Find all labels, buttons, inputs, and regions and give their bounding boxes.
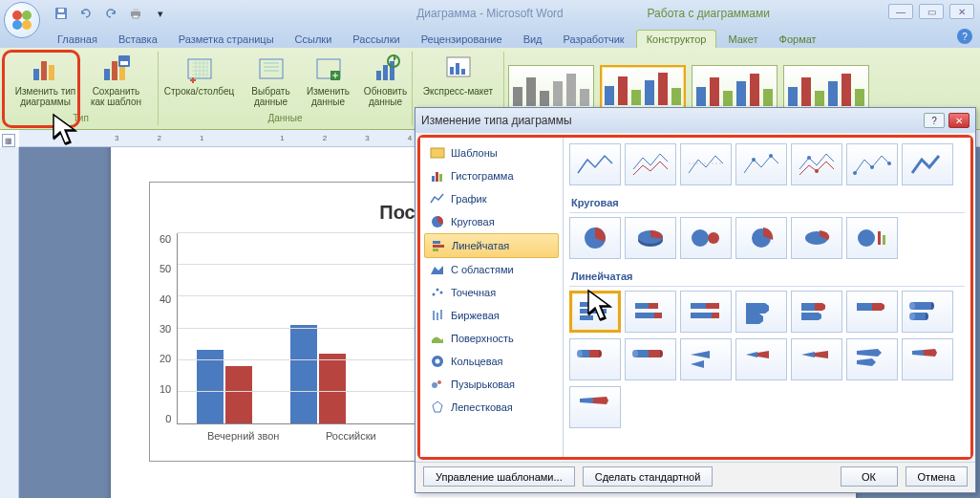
gallery-item[interactable] <box>902 291 953 333</box>
gallery-item[interactable] <box>846 291 898 333</box>
svg-rect-61 <box>883 235 885 245</box>
close-button[interactable]: ✕ <box>949 4 974 19</box>
minimize-button[interactable]: — <box>888 4 913 19</box>
ribbon-group-data-label: Данные <box>267 113 302 123</box>
gallery-item[interactable] <box>569 338 621 380</box>
quick-layout-button[interactable]: Экспресс-макет <box>415 52 501 97</box>
chart-style-3[interactable] <box>692 65 778 113</box>
gallery-item[interactable] <box>625 338 676 380</box>
qat-menu-icon[interactable]: ▾ <box>151 4 170 23</box>
gallery-item[interactable] <box>569 143 621 185</box>
chart-y-axis: 6050403020100 <box>160 233 177 424</box>
gallery-item[interactable] <box>735 291 787 333</box>
tab-home[interactable]: Главная <box>48 31 107 48</box>
maximize-button[interactable]: ▭ <box>919 4 944 19</box>
svg-point-56 <box>708 232 719 244</box>
redo-icon[interactable] <box>101 4 120 23</box>
gallery-item[interactable] <box>846 338 898 380</box>
window-title: Диаграмма - Microsoft Word <box>416 7 564 20</box>
cat-templates[interactable]: Шаблоны <box>424 141 559 164</box>
dialog-close-button[interactable]: ✕ <box>948 113 969 128</box>
svg-point-3 <box>22 20 32 30</box>
cat-doughnut[interactable]: Кольцевая <box>424 350 559 373</box>
gallery-item[interactable] <box>680 143 732 185</box>
gallery-item[interactable] <box>680 338 732 380</box>
switch-row-column-button[interactable]: Строка/столбец <box>159 52 241 107</box>
gallery-item[interactable] <box>846 217 898 259</box>
cat-column[interactable]: Гистограмма <box>424 164 559 187</box>
cat-radar[interactable]: Лепестковая <box>424 396 559 419</box>
svg-rect-27 <box>450 67 454 75</box>
svg-rect-32 <box>436 172 438 182</box>
help-icon[interactable]: ? <box>957 29 972 44</box>
gallery-item[interactable] <box>569 217 621 259</box>
gallery-item[interactable] <box>791 291 842 333</box>
dialog-titlebar: Изменение типа диаграммы ? ✕ <box>415 108 975 133</box>
gallery-item[interactable] <box>791 338 842 380</box>
tab-view[interactable]: Вид <box>514 31 552 48</box>
gallery-item[interactable] <box>735 338 787 380</box>
gallery-item[interactable] <box>625 291 676 333</box>
gallery-item[interactable] <box>680 217 732 259</box>
cat-area[interactable]: С областями <box>424 258 559 281</box>
page-indicator-icon[interactable]: ▦ <box>2 134 15 147</box>
gallery-item-selected[interactable] <box>569 291 621 333</box>
tab-chart-design[interactable]: Конструктор <box>636 30 717 48</box>
dialog-help-button[interactable]: ? <box>924 113 945 128</box>
chart-style-2[interactable] <box>600 65 686 113</box>
cat-bubble[interactable]: Пузырьковая <box>424 373 559 396</box>
ok-button[interactable]: ОК <box>841 466 898 487</box>
manage-templates-button[interactable]: Управление шаблонами... <box>423 466 575 487</box>
refresh-data-button[interactable]: Обновить данные <box>359 52 413 107</box>
select-data-button[interactable]: Выбрать данные <box>245 52 298 107</box>
svg-rect-24 <box>390 61 394 80</box>
svg-point-51 <box>887 162 891 165</box>
undo-icon[interactable] <box>76 4 96 23</box>
gallery-item[interactable] <box>902 143 953 185</box>
svg-rect-33 <box>439 174 442 182</box>
cat-bar[interactable]: Линейчатая <box>424 233 559 258</box>
svg-rect-9 <box>133 15 138 18</box>
cancel-button[interactable]: Отмена <box>905 466 968 487</box>
gallery-item[interactable] <box>791 143 842 185</box>
gallery-item[interactable] <box>735 143 787 185</box>
svg-rect-66 <box>649 303 658 309</box>
gallery-item[interactable] <box>846 143 898 185</box>
gallery-item[interactable] <box>735 217 787 259</box>
change-chart-type-dialog: Изменение типа диаграммы ? ✕ Шаблоны Гис… <box>415 107 976 493</box>
tab-page-layout[interactable]: Разметка страницы <box>169 31 284 48</box>
tab-review[interactable]: Рецензирование <box>412 31 512 48</box>
gallery-item[interactable] <box>625 143 676 185</box>
print-icon[interactable] <box>126 4 145 23</box>
gallery-item[interactable] <box>680 291 732 333</box>
tab-chart-layout[interactable]: Макет <box>718 31 767 48</box>
chart-style-4[interactable] <box>783 65 869 113</box>
cat-pie[interactable]: Круговая <box>424 210 559 233</box>
cat-surface[interactable]: Поверхность <box>424 327 559 350</box>
gallery-item[interactable] <box>569 386 621 428</box>
svg-rect-72 <box>712 313 719 318</box>
cat-scatter[interactable]: Точечная <box>424 281 559 304</box>
tab-mailings[interactable]: Рассылки <box>343 31 409 48</box>
gallery-item[interactable] <box>902 338 953 380</box>
tab-insert[interactable]: Вставка <box>109 31 167 48</box>
chart-style-1[interactable] <box>508 65 594 113</box>
edit-data-button[interactable]: Изменить данные <box>302 52 355 107</box>
gallery-item[interactable] <box>625 217 676 259</box>
svg-point-75 <box>909 302 915 310</box>
change-chart-type-button[interactable]: Изменить тип диаграммы <box>12 52 79 107</box>
ribbon-tabs: Главная Вставка Разметка страницы Ссылки… <box>0 27 980 48</box>
save-icon[interactable] <box>52 4 71 23</box>
tab-developer[interactable]: Разработчик <box>554 31 634 48</box>
cat-stock[interactable]: Биржевая <box>424 304 559 327</box>
set-as-default-button[interactable]: Сделать стандартной <box>583 466 714 487</box>
gallery-item[interactable] <box>791 217 842 259</box>
tab-chart-format[interactable]: Формат <box>770 31 826 48</box>
cat-line[interactable]: График <box>424 187 559 210</box>
dialog-gallery: Круговая Линейчатая <box>564 138 970 457</box>
tab-references[interactable]: Ссылки <box>286 31 342 48</box>
office-button[interactable] <box>4 2 40 38</box>
save-as-template-button[interactable]: Сохранить как шаблон <box>83 52 150 107</box>
ribbon-group-type-label: Тип <box>73 113 89 123</box>
svg-point-78 <box>909 313 915 320</box>
